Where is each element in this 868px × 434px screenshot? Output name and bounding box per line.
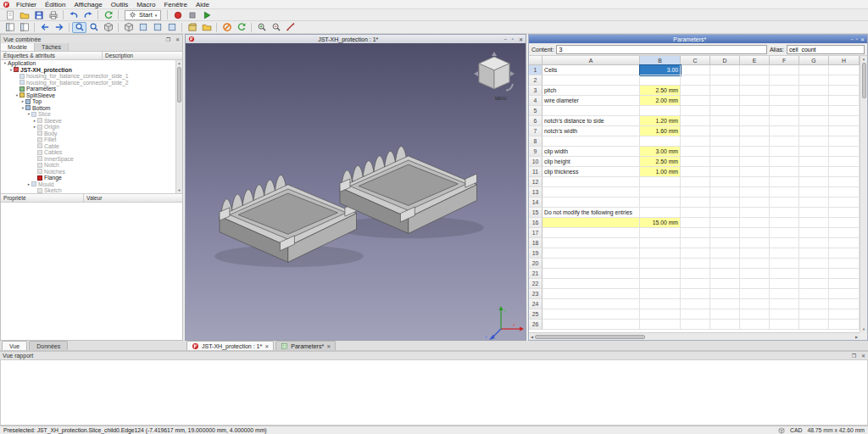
- refresh-view-button[interactable]: [234, 22, 248, 33]
- zoom-out-button[interactable]: [269, 22, 283, 33]
- cell-B9[interactable]: 3.00 mm: [640, 147, 681, 157]
- cell-H17[interactable]: [829, 228, 860, 238]
- cell-G22[interactable]: [799, 279, 829, 289]
- tree-item[interactable]: ▾SplitSleeve: [1, 92, 175, 99]
- cell-E11[interactable]: [740, 167, 770, 177]
- cell-C13[interactable]: [681, 187, 710, 198]
- close-tab-icon[interactable]: ✕: [264, 343, 269, 349]
- cell-F17[interactable]: [770, 228, 799, 238]
- spreadsheet-titlebar[interactable]: Parameters* – ▫ ✕: [529, 35, 867, 43]
- cell-B8[interactable]: [640, 136, 681, 147]
- cell-E23[interactable]: [740, 289, 770, 299]
- cell-G2[interactable]: [799, 75, 829, 86]
- row-header-9[interactable]: 9: [529, 147, 542, 157]
- stop-loading-button[interactable]: [220, 22, 234, 33]
- cell-E10[interactable]: [740, 157, 770, 167]
- cell-B24[interactable]: [640, 299, 681, 309]
- cell-F23[interactable]: [770, 289, 799, 299]
- cell-B23[interactable]: [640, 289, 681, 299]
- cell-F24[interactable]: [770, 299, 799, 309]
- cell-D12[interactable]: [710, 177, 740, 187]
- tree-item[interactable]: ▾Application: [1, 60, 175, 67]
- cell-D10[interactable]: [710, 157, 740, 167]
- scroll-down-icon[interactable]: ▼: [862, 327, 865, 331]
- cell-G3[interactable]: [799, 86, 829, 96]
- cell-H2[interactable]: [829, 75, 860, 86]
- close-icon[interactable]: ✕: [860, 36, 865, 42]
- cell-E14[interactable]: [740, 198, 770, 208]
- cell-B25[interactable]: [640, 309, 681, 320]
- cell-B15[interactable]: [640, 208, 681, 218]
- cell-H6[interactable]: [829, 116, 860, 126]
- cell-G23[interactable]: [799, 289, 829, 299]
- cell-B18[interactable]: [640, 238, 681, 248]
- cell-E15[interactable]: [740, 208, 770, 218]
- minimize-icon[interactable]: –: [850, 36, 853, 42]
- cell-H19[interactable]: [829, 248, 860, 259]
- spreadsheet-corner[interactable]: [529, 56, 542, 65]
- cell-E8[interactable]: [740, 136, 770, 147]
- cell-E1[interactable]: [740, 65, 770, 75]
- open-document-button[interactable]: [17, 9, 31, 20]
- cell-C11[interactable]: [681, 167, 710, 177]
- cell-B12[interactable]: [640, 177, 681, 187]
- menu-affichage[interactable]: Affichage: [70, 1, 106, 8]
- cell-F18[interactable]: [770, 238, 799, 248]
- minimize-icon[interactable]: –: [504, 36, 506, 42]
- view-top-button[interactable]: [150, 22, 164, 33]
- cell-G17[interactable]: [799, 228, 829, 238]
- macro-execute-button[interactable]: [199, 9, 214, 20]
- cell-B1[interactable]: 3.00: [640, 65, 681, 75]
- cell-F3[interactable]: [770, 86, 799, 96]
- row-header-18[interactable]: 18: [529, 238, 542, 248]
- cell-A23[interactable]: [542, 289, 640, 299]
- description-column-header[interactable]: Description: [103, 52, 133, 59]
- row-header-14[interactable]: 14: [529, 198, 542, 208]
- cell-E3[interactable]: [740, 86, 770, 96]
- cell-D20[interactable]: [710, 259, 740, 269]
- cell-A11[interactable]: clip thickness: [542, 167, 640, 177]
- cell-D8[interactable]: [710, 136, 740, 147]
- menu-édition[interactable]: Édition: [41, 1, 70, 8]
- cell-G18[interactable]: [799, 238, 829, 248]
- cell-G8[interactable]: [799, 136, 829, 147]
- undo-button[interactable]: [66, 9, 81, 20]
- column-header-C[interactable]: C: [681, 56, 710, 65]
- row-header-16[interactable]: 16: [529, 218, 542, 228]
- cell-D21[interactable]: [710, 269, 740, 279]
- cell-A1[interactable]: Cells: [542, 65, 640, 75]
- 3d-view-titlebar[interactable]: JST-XH_protection : 1* – ▫ ✕: [186, 35, 526, 43]
- cell-H18[interactable]: [829, 238, 860, 248]
- view-isometric-button[interactable]: [121, 22, 136, 33]
- column-header-H[interactable]: H: [829, 56, 860, 65]
- row-header-17[interactable]: 17: [529, 228, 542, 238]
- cell-C22[interactable]: [681, 279, 710, 289]
- cell-H11[interactable]: [829, 167, 860, 177]
- create-group-button[interactable]: [199, 22, 214, 33]
- nav-style-label[interactable]: CAD: [790, 427, 802, 433]
- cell-B20[interactable]: [640, 259, 681, 269]
- cell-D24[interactable]: [710, 299, 740, 309]
- cell-G5[interactable]: [799, 106, 829, 116]
- tree-item[interactable]: InnerSpace: [1, 156, 175, 163]
- cell-alias-input[interactable]: [787, 45, 865, 54]
- cell-H3[interactable]: [829, 86, 860, 96]
- row-header-23[interactable]: 23: [529, 289, 542, 299]
- cell-G4[interactable]: [799, 96, 829, 106]
- cell-D26[interactable]: [710, 320, 740, 330]
- row-header-1[interactable]: 1: [529, 65, 542, 75]
- labels-column-header[interactable]: Étiquettes & attributs: [1, 52, 103, 59]
- cell-G9[interactable]: [799, 147, 829, 157]
- report-view-content[interactable]: [0, 359, 868, 426]
- cell-E4[interactable]: [740, 96, 770, 106]
- cell-G15[interactable]: [799, 208, 829, 218]
- cell-A8[interactable]: [542, 136, 640, 147]
- cell-G16[interactable]: [799, 218, 829, 228]
- column-header-A[interactable]: A: [542, 56, 640, 65]
- cell-B7[interactable]: 1.60 mm: [640, 126, 681, 136]
- cell-A18[interactable]: [542, 238, 640, 248]
- tree-item[interactable]: Cable: [1, 143, 175, 150]
- nav-forward-button[interactable]: [52, 22, 66, 33]
- nav-back-button[interactable]: [37, 22, 52, 33]
- row-header-22[interactable]: 22: [529, 279, 542, 289]
